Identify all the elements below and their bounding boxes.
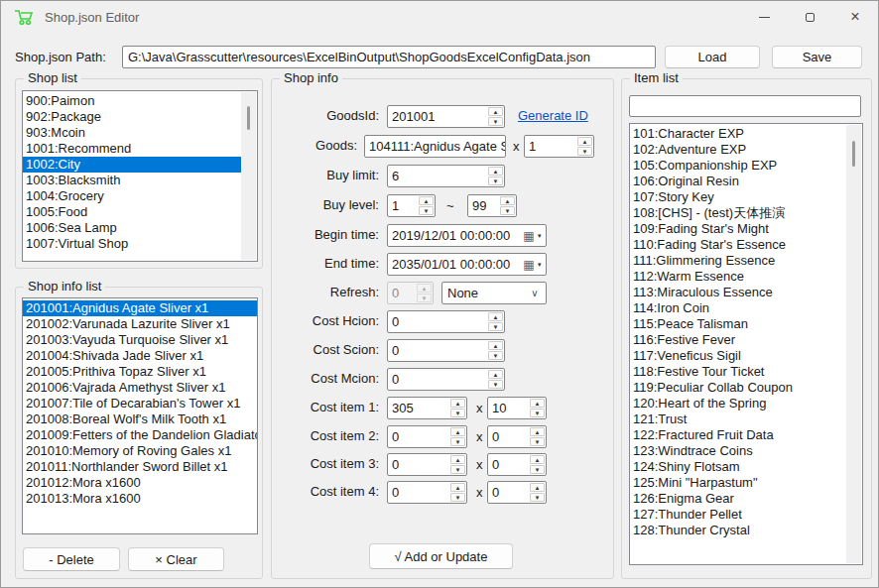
spin-up-icon[interactable]: ▲ — [488, 312, 503, 321]
spin-up-icon[interactable]: ▲ — [450, 455, 465, 464]
spin-down-icon[interactable]: ▼ — [530, 437, 545, 446]
item-list-item[interactable]: 106:Original Resin — [630, 174, 846, 189]
spin-down-icon[interactable]: ▼ — [488, 380, 503, 389]
delete-button[interactable]: - Delete — [23, 547, 120, 571]
cost-item-2-count-spinner[interactable]: 0 ▲▼ — [487, 425, 547, 448]
item-list-item[interactable]: 105:Companionship EXP — [630, 158, 846, 174]
buy-level-max-value[interactable]: 99 — [468, 195, 499, 216]
save-button[interactable]: Save — [772, 46, 862, 68]
cost-hcion-spinner[interactable]: 0 ▲▼ — [387, 310, 505, 333]
item-list-item[interactable]: 113:Miraculous Essence — [630, 285, 846, 300]
item-list-item[interactable]: 121:Trust — [630, 412, 846, 427]
shop-list-item[interactable]: 902:Package — [23, 109, 241, 125]
cost-item-4-count-value[interactable]: 0 — [488, 482, 529, 503]
item-list-item[interactable]: 126:Enigma Gear — [630, 491, 846, 507]
spin-down-icon[interactable]: ▼ — [450, 437, 465, 446]
spin-up-icon[interactable]: ▲ — [530, 483, 545, 492]
spin-down-icon[interactable]: ▼ — [530, 493, 545, 502]
spin-up-icon[interactable]: ▲ — [500, 196, 515, 205]
item-list-item[interactable]: 109:Fading Star's Might — [630, 221, 846, 237]
item-list-item[interactable]: 118:Festive Tour Ticket — [630, 364, 846, 380]
shop-info-list-item[interactable]: 201010:Memory of Roving Gales x1 — [23, 443, 257, 459]
shop-list-item[interactable]: 1004:Grocery — [23, 188, 241, 204]
spin-up-icon[interactable]: ▲ — [488, 370, 503, 379]
cost-item-3-count-spinner[interactable]: 0 ▲▼ — [487, 453, 547, 476]
shop-info-list-item[interactable]: 201011:Northlander Sword Billet x1 — [23, 459, 257, 475]
spin-down-icon[interactable]: ▼ — [488, 117, 503, 126]
cost-hcion-value[interactable]: 0 — [388, 311, 487, 332]
item-list-item[interactable]: 128:Thunder Crystal — [630, 523, 846, 538]
goods-count-value[interactable]: 1 — [525, 136, 576, 157]
spin-up-icon[interactable]: ▲ — [530, 399, 545, 408]
shop-info-list-item[interactable]: 201013:Mora x1600 — [23, 491, 257, 507]
goods-value[interactable]: 104111:Agnidus Agate Sliver — [365, 136, 505, 157]
item-list-item[interactable]: 112:Warm Essence — [630, 269, 846, 285]
shop-list-item[interactable]: 903:Mcoin — [23, 125, 241, 141]
cost-item-1-id-spinner[interactable]: 305 ▲▼ — [387, 397, 467, 419]
calendar-icon[interactable]: ▦▼ — [520, 230, 546, 242]
cost-item-4-id-spinner[interactable]: 0 ▲▼ — [387, 481, 467, 504]
maximize-button[interactable] — [787, 1, 832, 33]
goodsid-value[interactable]: 201001 — [388, 106, 487, 127]
item-list-scrollbar[interactable] — [846, 125, 861, 563]
buy-level-min-value[interactable]: 1 — [388, 195, 418, 216]
spin-up-icon[interactable]: ▲ — [450, 483, 465, 492]
cost-item-4-count-spinner[interactable]: 0 ▲▼ — [487, 481, 547, 504]
add-or-update-button[interactable]: √ Add or Update — [369, 543, 513, 569]
cost-item-2-count-value[interactable]: 0 — [488, 426, 529, 447]
item-list-item[interactable]: 124:Shiny Flotsam — [630, 459, 846, 475]
spin-up-icon[interactable]: ▲ — [488, 107, 503, 116]
spin-up-icon[interactable]: ▲ — [488, 341, 503, 350]
spin-down-icon[interactable]: ▼ — [530, 409, 545, 417]
refresh-mode-dropdown[interactable]: None ∨ — [441, 282, 547, 304]
shop-list-scrollbar[interactable] — [241, 92, 256, 260]
begin-time-picker[interactable]: 2019/12/01 00:00:00 ▦▼ — [387, 224, 547, 247]
buy-limit-value[interactable]: 6 — [388, 166, 487, 186]
cost-item-2-id-value[interactable]: 0 — [388, 426, 449, 447]
cost-scion-spinner[interactable]: 0 ▲▼ — [387, 339, 505, 362]
spin-down-icon[interactable]: ▼ — [530, 465, 545, 474]
item-list-item[interactable]: 107:Story Key — [630, 189, 846, 205]
path-input[interactable]: G:\Java\Grasscutter\resources\ExcelBinOu… — [122, 46, 656, 68]
begin-time-value[interactable]: 2019/12/01 00:00:00 — [388, 228, 520, 243]
item-list-item[interactable]: 101:Character EXP — [630, 126, 846, 142]
calendar-icon[interactable]: ▦▼ — [520, 259, 546, 271]
cost-item-3-id-value[interactable]: 0 — [388, 454, 449, 475]
item-list-item[interactable]: 116:Festive Fever — [630, 332, 846, 348]
shop-list-item[interactable]: 1002:City — [23, 157, 241, 173]
item-list-item[interactable]: 102:Adventure EXP — [630, 142, 846, 158]
spin-down-icon[interactable]: ▼ — [488, 351, 503, 360]
spin-down-icon[interactable]: ▼ — [500, 206, 515, 215]
cost-mcion-value[interactable]: 0 — [388, 369, 487, 390]
shop-list-item[interactable]: 1006:Sea Lamp — [23, 220, 241, 236]
item-list-scroll-thumb[interactable] — [852, 141, 855, 167]
buy-limit-spinner[interactable]: 6 ▲▼ — [387, 165, 505, 187]
spin-up-icon[interactable]: ▲ — [530, 427, 545, 436]
shop-list-item[interactable]: 900:Paimon — [23, 93, 241, 109]
item-list-item[interactable]: 123:Windtrace Coins — [630, 443, 846, 459]
end-time-value[interactable]: 2035/01/01 00:00:00 — [388, 257, 520, 272]
spin-up-icon[interactable]: ▲ — [488, 167, 503, 176]
shop-info-list-item[interactable]: 201002:Varunada Lazurite Sliver x1 — [23, 316, 257, 332]
shop-list-item[interactable]: 1003:Blacksmith — [23, 173, 241, 188]
cost-item-4-id-value[interactable]: 0 — [388, 482, 449, 503]
item-list-item[interactable]: 120:Heart of the Spring — [630, 396, 846, 412]
goodsid-spinner[interactable]: 201001 ▲▼ — [387, 105, 505, 128]
shop-info-list-item[interactable]: 201004:Shivada Jade Sliver x1 — [23, 348, 257, 364]
shop-info-list-item[interactable]: 201003:Vayuda Turquoise Sliver x1 — [23, 332, 257, 348]
cost-item-3-count-value[interactable]: 0 — [488, 454, 529, 475]
item-list-item[interactable]: 110:Fading Star's Essence — [630, 237, 846, 253]
item-list-item[interactable]: 114:Iron Coin — [630, 300, 846, 316]
spin-down-icon[interactable]: ▼ — [419, 206, 434, 215]
shop-list-scroll-thumb[interactable] — [247, 106, 250, 130]
spin-up-icon[interactable]: ▲ — [450, 427, 465, 436]
spin-down-icon[interactable]: ▼ — [488, 322, 503, 331]
cost-item-2-id-spinner[interactable]: 0 ▲▼ — [387, 425, 467, 448]
goods-input[interactable]: 104111:Agnidus Agate Sliver — [364, 135, 506, 158]
minimize-button[interactable] — [741, 1, 787, 33]
item-list-item[interactable]: 111:Glimmering Essence — [630, 253, 846, 269]
shop-info-list-item[interactable]: 201005:Prithiva Topaz Sliver x1 — [23, 364, 257, 380]
cost-item-1-count-spinner[interactable]: 10 ▲▼ — [487, 397, 547, 419]
cost-item-3-id-spinner[interactable]: 0 ▲▼ — [387, 453, 467, 476]
item-list-item[interactable]: 108:[CHS] - (test)天体推演 — [630, 205, 846, 221]
